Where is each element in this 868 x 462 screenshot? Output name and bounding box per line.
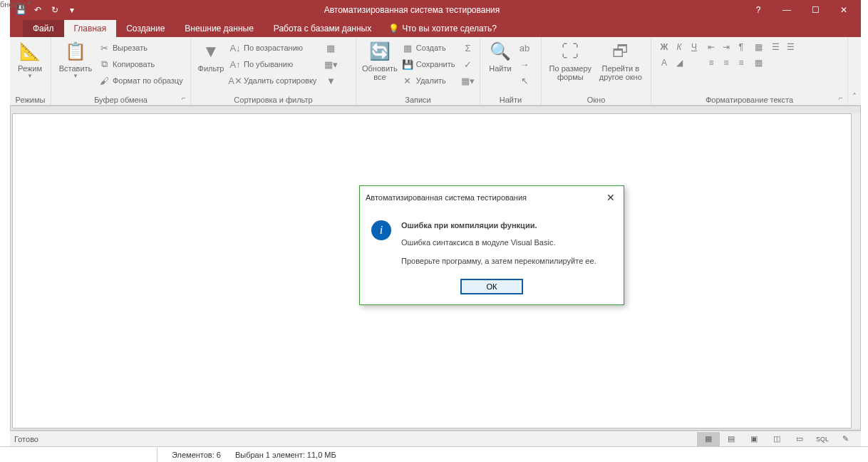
replace-button[interactable]: ab [516, 40, 533, 56]
more-records-button[interactable]: ▦▾ [459, 73, 476, 88]
totals-button[interactable]: Σ [459, 40, 476, 56]
sort-asc-button[interactable]: A↓По возрастанию [227, 40, 319, 56]
dialog-titlebar: Автоматизированная система тестирования … [360, 186, 624, 209]
align-left-button[interactable]: ≡ [704, 56, 718, 70]
selection-icon: ▦ [325, 42, 336, 53]
ruler-icon: 📐 [19, 40, 41, 63]
ok-button[interactable]: ОК [460, 279, 523, 294]
clipboard-launcher[interactable]: ⌐ [179, 94, 189, 104]
delete-label: Удалить [416, 76, 446, 85]
titlebar: 💾 ↶ ↻ ▾ Автоматизированная система тести… [10, 0, 861, 20]
copy-button[interactable]: ⧉Копировать [95, 56, 186, 72]
tab-database-tools[interactable]: Работа с базами данных [264, 20, 381, 37]
clear-sort-label: Удалить сортировку [244, 76, 316, 85]
magnifier-icon: 🔍 [489, 40, 512, 63]
chevron-down-icon: ▼ [27, 73, 33, 79]
fit-icon: ⛶ [559, 40, 582, 63]
group-records-label: Записи [361, 94, 475, 106]
selection-filter-button[interactable]: ▦ [322, 40, 339, 56]
fit-form-button[interactable]: ⛶ По размеру формы [546, 38, 595, 83]
view-mode-label: Режим [18, 64, 42, 73]
tab-file[interactable]: Файл [23, 20, 64, 37]
advanced-filter-button[interactable]: ▦▾ [322, 56, 339, 72]
filter-label: Фильтр [198, 64, 224, 73]
view-design2-button[interactable]: ✎ [834, 432, 857, 446]
select-button[interactable]: ↖ [516, 73, 533, 88]
funnel-small-icon: ▼ [325, 75, 336, 86]
windows-icon: 🗗 [609, 40, 632, 63]
group-find-label: Найти [485, 94, 537, 106]
minimize-button[interactable]: — [773, 0, 801, 20]
view-mode-button[interactable]: 📐 Режим ▼ [14, 38, 46, 81]
switch-window-button[interactable]: 🗗 Перейти в другое окно [595, 38, 646, 83]
cursor-icon: ↖ [519, 75, 530, 86]
undo-icon[interactable]: ↶ [30, 2, 46, 18]
align-center-button[interactable]: ≡ [719, 56, 733, 70]
format-painter-button[interactable]: 🖌Формат по образцу [95, 73, 186, 88]
redo-icon[interactable]: ↻ [47, 2, 63, 18]
align-right-button[interactable]: ≡ [734, 56, 748, 70]
tab-external-data[interactable]: Внешние данные [175, 20, 264, 37]
indent-increase-button[interactable]: ⇥ [719, 40, 733, 54]
numbered-list-button[interactable]: ☰ [783, 40, 797, 54]
qat-customize-icon[interactable]: ▾ [64, 2, 80, 18]
bold-button[interactable]: Ж [657, 40, 671, 54]
app-title: Автоматизированная система тестирования [80, 5, 744, 15]
scissors-icon: ✂ [98, 42, 110, 53]
sort-desc-button[interactable]: A↑По убыванию [227, 56, 319, 72]
paste-button[interactable]: 📋 Вставить ▼ [56, 38, 95, 81]
rtl-button[interactable]: ¶ [734, 40, 748, 54]
gridlines-button[interactable]: ▦ [751, 40, 765, 54]
delete-record-button[interactable]: ✕Удалить [399, 73, 458, 88]
font-color-button[interactable]: A [657, 56, 671, 70]
lightbulb-icon: 💡 [388, 24, 399, 34]
close-button[interactable]: ✕ [830, 0, 858, 20]
help-button[interactable]: ? [744, 0, 773, 20]
group-views: 📐 Режим ▼ Режимы [10, 37, 51, 106]
fill-color-button[interactable]: ◢ [672, 56, 686, 70]
view-design-button[interactable]: ◫ [765, 432, 788, 446]
explorer-statusbar: Элементов: 6 Выбран 1 элемент: 11,0 МБ [0, 446, 868, 462]
clear-sort-button[interactable]: A✕Удалить сортировку [227, 73, 319, 88]
view-layout-button[interactable]: ▣ [743, 432, 765, 446]
stray-text: бности * [0, 0, 31, 9]
collapse-ribbon-button[interactable]: ˄ [848, 37, 861, 105]
dialog-line2: Проверьте программу, а затем перекомпили… [401, 255, 596, 267]
underline-button[interactable]: Ч [687, 40, 701, 54]
group-clipboard: 📋 Вставить ▼ ✂Вырезать ⧉Копировать 🖌Форм… [51, 37, 191, 106]
refresh-all-button[interactable]: 🔄 Обновить все [361, 38, 399, 83]
maximize-button[interactable]: ☐ [801, 0, 830, 20]
clipboard-icon: 📋 [64, 40, 87, 63]
bullet-list-button[interactable]: ☰ [768, 40, 782, 54]
new-record-button[interactable]: ▦Создать [399, 40, 458, 56]
view-report-button[interactable]: ▭ [788, 432, 811, 446]
tell-me-search[interactable]: 💡 Что вы хотите сделать? [381, 20, 504, 37]
view-datasheet-button[interactable]: ▤ [720, 432, 743, 446]
dialog-close-button[interactable]: ✕ [604, 190, 618, 205]
copy-icon: ⧉ [98, 58, 110, 70]
filter-button[interactable]: ▼ Фильтр [195, 38, 227, 74]
brush-icon: 🖌 [98, 75, 110, 86]
toggle-filter-button[interactable]: ▼ [322, 73, 339, 88]
format-painter-label: Формат по образцу [113, 76, 183, 85]
save-record-button[interactable]: 💾Сохранить [399, 56, 458, 72]
advanced-icon: ▦▾ [325, 58, 336, 70]
indent-decrease-button[interactable]: ⇤ [704, 40, 718, 54]
view-form-button[interactable]: ▦ [697, 432, 720, 446]
alt-row-color-button[interactable]: ▦ [751, 56, 765, 70]
spellcheck-button[interactable]: ✓ [459, 56, 476, 72]
tab-create[interactable]: Создание [116, 20, 175, 37]
vertical-scrollbar[interactable] [852, 113, 860, 428]
sort-asc-icon: A↓ [229, 42, 241, 53]
tab-home[interactable]: Главная [64, 20, 117, 37]
goto-button[interactable]: → [516, 56, 533, 72]
group-views-label: Режимы [14, 94, 46, 106]
cut-button[interactable]: ✂Вырезать [95, 40, 186, 56]
dialog-title: Автоматизированная система тестирования [366, 193, 527, 202]
dialog-header: Ошибка при компиляции функции. [401, 219, 596, 232]
view-sql-button[interactable]: SQL [811, 432, 834, 446]
find-button[interactable]: 🔍 Найти [485, 38, 516, 74]
sort-desc-icon: A↑ [229, 58, 241, 70]
textfmt-launcher[interactable]: ⌐ [836, 94, 846, 104]
italic-button[interactable]: К [672, 40, 686, 54]
